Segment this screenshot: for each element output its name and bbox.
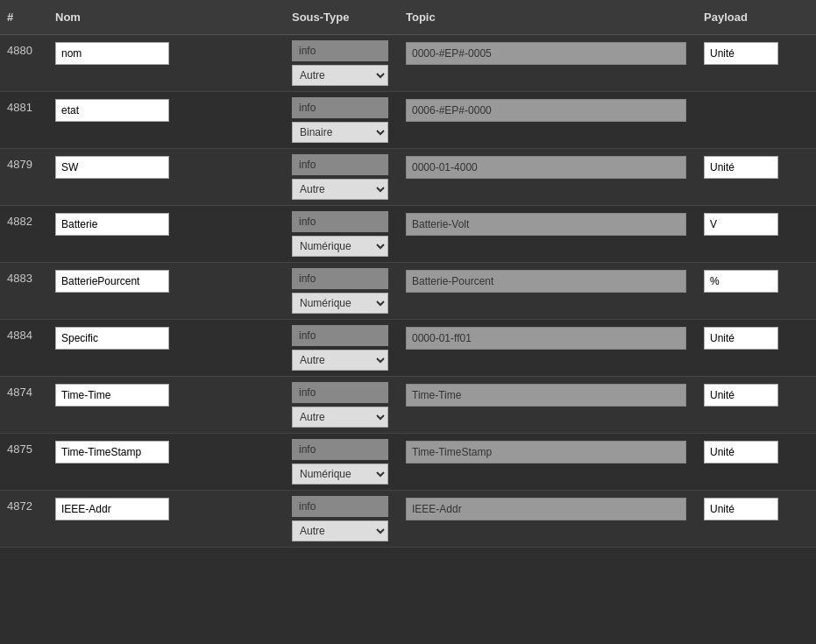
sous-type-label: info — [292, 382, 388, 403]
sous-type-select[interactable]: AutreBinaireNumérique — [292, 520, 388, 541]
payload-input[interactable] — [704, 42, 778, 65]
sous-type-select[interactable]: AutreBinaireNumérique — [292, 179, 388, 200]
sous-type-select[interactable]: AutreBinaireNumérique — [292, 464, 388, 485]
topic-input[interactable] — [406, 213, 686, 236]
header-topic: Topic — [399, 7, 697, 27]
payload-input[interactable] — [704, 270, 778, 293]
payload-input[interactable] — [704, 156, 778, 179]
payload-input[interactable] — [704, 327, 778, 350]
cell-payload — [697, 320, 816, 376]
cell-topic — [399, 35, 697, 91]
cell-nom — [48, 35, 285, 91]
cell-id: 4875 — [0, 434, 48, 490]
sous-type-select[interactable]: AutreBinaireNumérique — [292, 293, 388, 314]
cell-payload — [697, 149, 816, 205]
cell-sous-type: infoAutreBinaireNumérique — [285, 434, 399, 490]
cell-id: 4882 — [0, 206, 48, 262]
sous-type-select[interactable]: AutreBinaireNumérique — [292, 122, 388, 143]
topic-input[interactable] — [406, 441, 686, 464]
cell-payload — [697, 92, 816, 148]
sous-type-label: info — [292, 268, 388, 289]
header-nom: Nom — [48, 7, 285, 27]
cell-id: 4884 — [0, 320, 48, 376]
cell-nom — [48, 149, 285, 205]
payload-input[interactable] — [704, 384, 778, 407]
nom-input[interactable] — [55, 42, 169, 65]
sous-type-label: info — [292, 439, 388, 460]
cell-topic — [399, 149, 697, 205]
nom-input[interactable] — [55, 384, 169, 407]
table-row: 4872infoAutreBinaireNumérique — [0, 491, 816, 548]
table-header: # Nom Sous-Type Topic Payload — [0, 0, 816, 35]
cell-nom — [48, 434, 285, 490]
cell-topic — [399, 206, 697, 262]
topic-input[interactable] — [406, 99, 686, 122]
cell-topic — [399, 377, 697, 433]
sous-type-select[interactable]: AutreBinaireNumérique — [292, 350, 388, 371]
header-sous-type: Sous-Type — [285, 7, 399, 27]
nom-input[interactable] — [55, 327, 169, 350]
cell-nom — [48, 263, 285, 319]
cell-nom — [48, 206, 285, 262]
sous-type-label: info — [292, 211, 388, 232]
cell-nom — [48, 92, 285, 148]
cell-sous-type: infoAutreBinaireNumérique — [285, 206, 399, 262]
main-table: # Nom Sous-Type Topic Payload 4880infoAu… — [0, 0, 816, 644]
nom-input[interactable] — [55, 270, 169, 293]
topic-input[interactable] — [406, 498, 686, 520]
cell-sous-type: infoAutreBinaireNumérique — [285, 263, 399, 319]
cell-sous-type: infoAutreBinaireNumérique — [285, 149, 399, 205]
sous-type-label: info — [292, 325, 388, 346]
cell-id: 4879 — [0, 149, 48, 205]
cell-id: 4883 — [0, 263, 48, 319]
cell-payload — [697, 263, 816, 319]
cell-sous-type: infoAutreBinaireNumérique — [285, 320, 399, 376]
nom-input[interactable] — [55, 99, 169, 122]
cell-nom — [48, 320, 285, 376]
cell-topic — [399, 491, 697, 547]
table-row: 4884infoAutreBinaireNumérique — [0, 320, 816, 377]
cell-payload — [697, 434, 816, 490]
sous-type-label: info — [292, 154, 388, 175]
payload-input[interactable] — [704, 498, 778, 520]
cell-topic — [399, 92, 697, 148]
header-id: # — [0, 7, 48, 27]
table-row: 4880infoAutreBinaireNumérique — [0, 35, 816, 92]
table-body: 4880infoAutreBinaireNumérique4881infoAut… — [0, 35, 816, 548]
nom-input[interactable] — [55, 213, 169, 236]
table-row: 4875infoAutreBinaireNumérique — [0, 434, 816, 491]
nom-input[interactable] — [55, 156, 169, 179]
table-row: 4883infoAutreBinaireNumérique — [0, 263, 816, 320]
cell-id: 4872 — [0, 491, 48, 547]
table-row: 4874infoAutreBinaireNumérique — [0, 377, 816, 434]
sous-type-label: info — [292, 40, 388, 61]
topic-input[interactable] — [406, 327, 686, 350]
cell-payload — [697, 206, 816, 262]
topic-input[interactable] — [406, 384, 686, 407]
nom-input[interactable] — [55, 498, 169, 520]
nom-input[interactable] — [55, 441, 169, 464]
cell-sous-type: infoAutreBinaireNumérique — [285, 377, 399, 433]
cell-sous-type: infoAutreBinaireNumérique — [285, 92, 399, 148]
cell-id: 4874 — [0, 377, 48, 433]
cell-nom — [48, 377, 285, 433]
cell-nom — [48, 491, 285, 547]
sous-type-select[interactable]: AutreBinaireNumérique — [292, 236, 388, 257]
sous-type-select[interactable]: AutreBinaireNumérique — [292, 65, 388, 86]
cell-topic — [399, 263, 697, 319]
cell-topic — [399, 320, 697, 376]
payload-input[interactable] — [704, 213, 778, 236]
table-row: 4879infoAutreBinaireNumérique — [0, 149, 816, 206]
topic-input[interactable] — [406, 270, 686, 293]
topic-input[interactable] — [406, 42, 686, 65]
cell-topic — [399, 434, 697, 490]
topic-input[interactable] — [406, 156, 686, 179]
header-payload: Payload — [697, 7, 816, 27]
cell-id: 4880 — [0, 35, 48, 91]
cell-sous-type: infoAutreBinaireNumérique — [285, 35, 399, 91]
payload-input[interactable] — [704, 441, 778, 464]
sous-type-select[interactable]: AutreBinaireNumérique — [292, 407, 388, 428]
cell-payload — [697, 35, 816, 91]
cell-payload — [697, 491, 816, 547]
cell-id: 4881 — [0, 92, 48, 148]
